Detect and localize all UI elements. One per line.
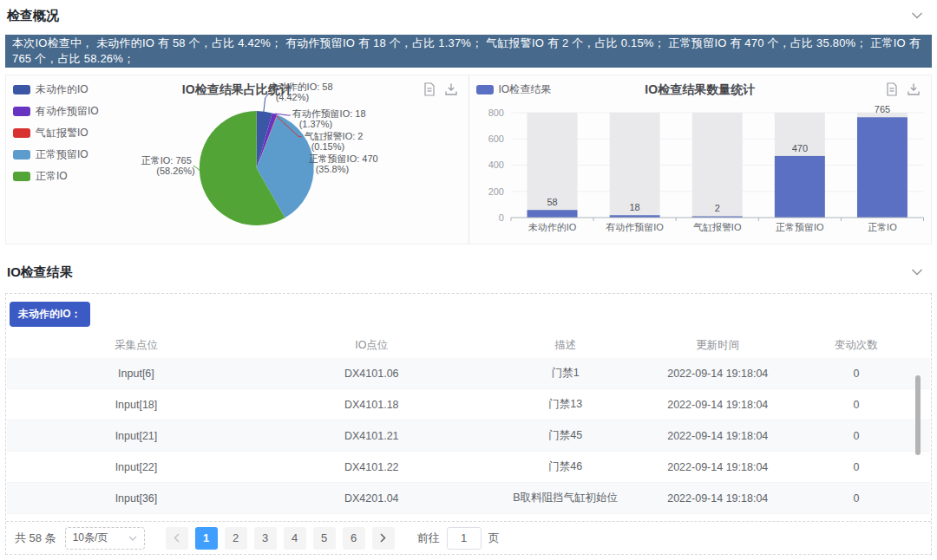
goto-page-input[interactable]: [447, 527, 482, 550]
summary-text: 本次IO检查中， 未动作的IO 有 58 个，占比 4.42%； 有动作预留IO…: [12, 36, 932, 67]
table-row[interactable]: Input[21]DX4101.21门禁452022-09-14 19:18:0…: [7, 420, 930, 452]
results-title: IO检查结果: [7, 264, 73, 281]
table-cell: Input[36]: [7, 492, 265, 505]
bar-chart-panel: IO检查结果 IO检查结果数量统计 020040060080058未动作的IO1…: [469, 75, 932, 244]
table-cell: Input[18]: [7, 399, 265, 411]
header-cell: 描述: [478, 338, 653, 353]
table-cell: 2022-09-14 19:18:04: [653, 492, 783, 505]
page-button-3[interactable]: 3: [254, 527, 277, 550]
table-cell: 门禁1: [478, 366, 653, 381]
goto-label: 前往: [417, 531, 440, 546]
results-container: 未动作的IO： 采集点位IO点位描述更新时间变动次数 Input[6]DX410…: [5, 293, 932, 555]
select-chevron-icon: [128, 536, 137, 541]
table-header-row: 采集点位IO点位描述更新时间变动次数: [7, 332, 930, 358]
table-cell: DX4101.18: [265, 399, 478, 411]
y-tick-label: 600: [488, 133, 503, 144]
legend-item[interactable]: 气缸报警IO: [13, 126, 99, 140]
bar-value-label: 18: [629, 202, 639, 212]
download-icon[interactable]: [907, 82, 921, 96]
table-row[interactable]: Input[6]DX4101.06门禁12022-09-14 19:18:040: [7, 358, 930, 389]
scrollbar-thumb[interactable]: [915, 375, 921, 455]
results-collapse-chevron-icon[interactable]: [911, 269, 923, 276]
overview-header: 检查概况: [7, 0, 923, 31]
bar[interactable]: [856, 117, 907, 218]
data-view-icon[interactable]: [886, 82, 898, 96]
pie-toolbox: [423, 82, 458, 96]
table-cell: B取料阻挡气缸初始位: [478, 491, 653, 505]
table-cell: Input[21]: [7, 430, 265, 442]
bar-value-label: 765: [874, 104, 889, 114]
bar-value-label: 470: [791, 143, 807, 153]
legend-label: 正常IO: [36, 169, 68, 184]
total-count: 共 58 条: [15, 531, 56, 546]
charts-row: 未动作的IO有动作预留IO气缸报警IO正常预留IO正常IO IO检查结果占比统计…: [5, 75, 932, 244]
bar-toolbox: [886, 82, 921, 96]
page-button-6[interactable]: 6: [343, 527, 365, 550]
legend-swatch: [13, 150, 30, 160]
page-button-5[interactable]: 5: [313, 527, 336, 550]
legend-label: 未动作的IO: [36, 82, 88, 97]
legend-item[interactable]: 有动作预留IO: [13, 104, 99, 119]
page-button-2[interactable]: 2: [225, 527, 247, 550]
table-cell: Input[22]: [7, 461, 265, 473]
legend-swatch: [13, 107, 30, 116]
table-row[interactable]: Input[18]DX4101.18门禁132022-09-14 19:18:0…: [7, 389, 930, 420]
legend-item[interactable]: 正常IO: [13, 169, 99, 184]
pie-label: 气缸报警IO: 2(0.15%): [305, 131, 364, 152]
table-cell: Input[6]: [7, 368, 265, 380]
page-size-value: 10条/页: [73, 531, 108, 545]
bar[interactable]: [527, 210, 577, 218]
x-category-label: 未动作的IO: [527, 222, 576, 232]
y-tick-label: 200: [488, 186, 503, 197]
table-cell: 0: [783, 461, 930, 473]
page-suffix: 页: [488, 531, 500, 546]
bar-legend: IO检查结果: [476, 82, 552, 104]
header-cell: 采集点位: [7, 338, 265, 353]
download-icon[interactable]: [444, 82, 458, 96]
bar-value-label: 58: [547, 197, 557, 207]
page-size-select[interactable]: 10条/页: [65, 527, 145, 550]
filter-badge[interactable]: 未动作的IO：: [10, 302, 90, 327]
legend-label: 有动作预留IO: [36, 104, 99, 119]
overview-collapse-chevron-icon[interactable]: [911, 12, 923, 19]
table-cell: 2022-09-14 19:18:04: [653, 461, 783, 473]
page-button-1[interactable]: 1: [195, 527, 218, 550]
table-cell: DX4101.21: [265, 430, 478, 442]
table-cell: 0: [783, 399, 930, 411]
next-page-button[interactable]: [372, 527, 395, 550]
table-cell: 0: [783, 368, 930, 380]
legend-swatch: [13, 128, 30, 138]
bar-legend-swatch: [476, 85, 494, 94]
bar-background-band: [691, 113, 742, 218]
legend-label: 气缸报警IO: [36, 126, 88, 140]
summary-banner: 本次IO检查中， 未动作的IO 有 58 个，占比 4.42%； 有动作预留IO…: [5, 35, 932, 68]
pie-label: 有动作预留IO: 18(1.37%): [292, 108, 366, 129]
header-cell: 更新时间: [653, 338, 783, 353]
bar-legend-item[interactable]: IO检查结果: [476, 82, 552, 97]
next-icon: [380, 533, 386, 543]
table-row[interactable]: Input[22]DX4101.22门禁462022-09-14 19:18:0…: [7, 452, 930, 483]
table-cell: DX4201.04: [265, 492, 478, 505]
pie-chart-panel: 未动作的IO有动作预留IO气缸报警IO正常预留IO正常IO IO检查结果占比统计…: [6, 75, 468, 244]
legend-item[interactable]: 未动作的IO: [13, 82, 99, 97]
data-view-icon[interactable]: [423, 82, 436, 96]
pagination: 共 58 条 10条/页 123456 前往 页: [6, 521, 931, 554]
table-body: Input[6]DX4101.06门禁12022-09-14 19:18:040…: [7, 358, 930, 514]
table-cell: 2022-09-14 19:18:04: [653, 399, 783, 411]
table-cell: 0: [783, 430, 930, 442]
x-category-label: 有动作预留IO: [606, 222, 664, 232]
header-cell: 变动次数: [783, 338, 930, 353]
page: 检查概况 本次IO检查中， 未动作的IO 有 58 个，占比 4.42%； 有动…: [0, 0, 937, 560]
legend-item[interactable]: 正常预留IO: [13, 147, 99, 162]
table-cell: 2022-09-14 19:18:04: [653, 430, 783, 442]
bar[interactable]: [774, 156, 824, 218]
y-tick-label: 0: [498, 212, 503, 223]
table-cell: 门禁46: [478, 459, 653, 474]
page-button-4[interactable]: 4: [284, 527, 306, 550]
page-buttons: 123456: [195, 527, 372, 550]
legend-swatch: [13, 85, 30, 94]
prev-page-button[interactable]: [166, 527, 188, 550]
table-cell: 门禁13: [478, 397, 653, 412]
table-row[interactable]: Input[36]DX4201.04B取料阻挡气缸初始位2022-09-14 1…: [7, 483, 930, 514]
x-category-label: 正常预留IO: [776, 222, 824, 232]
